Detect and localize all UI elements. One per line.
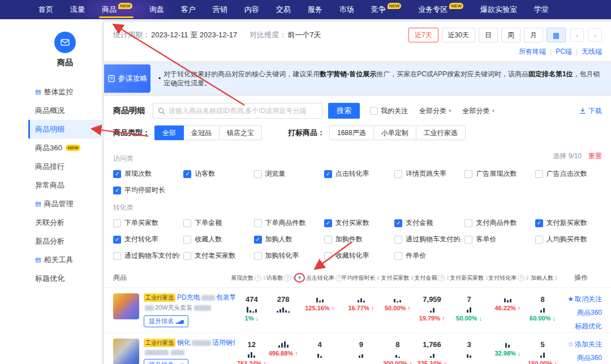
- boost-rank-button[interactable]: 提升排名▂▄▆: [144, 315, 188, 327]
- checkbox[interactable]: [183, 252, 191, 260]
- nav-tab-competition[interactable]: 竞争NEW: [371, 0, 402, 19]
- range-7d-button[interactable]: 近7天: [408, 28, 438, 42]
- filter-cart-rate[interactable]: 加购转化率: [254, 251, 321, 261]
- checkbox[interactable]: [394, 252, 402, 260]
- calendar-button[interactable]: ▦: [547, 28, 566, 42]
- prev-period-button[interactable]: ‹: [570, 28, 584, 42]
- range-day-button[interactable]: 日: [479, 28, 498, 42]
- nav-tab-academy[interactable]: 学堂: [534, 0, 549, 19]
- filter-cart-users[interactable]: 加购人数: [254, 235, 321, 244]
- help-icon[interactable]: ?: [438, 275, 445, 281]
- terminal-link-wireless[interactable]: 无线端: [582, 47, 602, 57]
- th-pay-buyers[interactable]: 支付买家数▲▼: [380, 274, 414, 282]
- nav-tab-marketing[interactable]: 营销: [213, 0, 227, 19]
- mark-tab-industry-expert[interactable]: 工业行家选: [416, 125, 466, 140]
- title-optimize-link[interactable]: 标题优化: [575, 322, 602, 331]
- filter-pay-old-buyers[interactable]: 支付老买家数: [183, 251, 250, 261]
- checkbox[interactable]: [113, 170, 121, 178]
- help-icon[interactable]: ?: [518, 275, 524, 281]
- filter-cart-pay-buyers[interactable]: 通过购物车支付的买家数: [394, 235, 461, 244]
- filter-items-per-buyer[interactable]: 人均购买件数: [535, 235, 602, 244]
- checkbox[interactable]: [394, 219, 402, 227]
- th-pay-rate[interactable]: 支付转化率?▲▼: [489, 274, 528, 282]
- checkbox[interactable]: [183, 170, 191, 178]
- sort-icon[interactable]: ▲▼: [376, 275, 380, 280]
- filter-cart-pay-amount[interactable]: 通过购物车支付的金额: [113, 251, 180, 261]
- th-avg-stay[interactable]: 平均停留时长▲▼: [341, 274, 381, 282]
- sidebar-item-product-detail[interactable]: 商品明细: [28, 120, 102, 138]
- checkbox[interactable]: [254, 170, 262, 178]
- sidebar-item-new-product-analysis[interactable]: 新品分析: [28, 232, 102, 250]
- checkbox[interactable]: [535, 219, 543, 227]
- sidebar-item-title-optimization[interactable]: 标题优化: [28, 269, 102, 288]
- nav-tab-home[interactable]: 首页: [38, 0, 53, 19]
- terminal-link-all[interactable]: 所有终端: [519, 47, 546, 57]
- checkbox[interactable]: [394, 236, 402, 244]
- checkbox[interactable]: [324, 252, 332, 260]
- range-month-button[interactable]: 月: [524, 28, 543, 42]
- filter-impressions[interactable]: 展现次数: [113, 169, 180, 179]
- filter-visitors[interactable]: 访客数: [183, 169, 250, 179]
- range-30d-button[interactable]: 近30天: [442, 28, 475, 42]
- sidebar-item-association-analysis[interactable]: 关联分析: [28, 213, 102, 232]
- filter-pay-amount[interactable]: 支付金额: [394, 218, 461, 228]
- checkbox[interactable]: [113, 236, 121, 244]
- product-image[interactable]: [113, 293, 139, 319]
- filter-avg-stay[interactable]: 平均停留时长: [113, 185, 180, 195]
- nav-tab-hot-lab[interactable]: 爆款实验室: [480, 0, 517, 19]
- filter-pageviews[interactable]: 浏览量: [254, 169, 321, 179]
- th-cart-adds[interactable]: 加购人数▲▼: [528, 274, 560, 282]
- type-tab-gold-crown[interactable]: 金冠品: [183, 125, 220, 140]
- checkbox[interactable]: [464, 236, 472, 244]
- nav-tab-market[interactable]: 市场: [339, 0, 354, 19]
- checkbox[interactable]: [394, 170, 402, 178]
- th-visitors[interactable]: 访客数?▲▼: [266, 274, 295, 282]
- product-title[interactable]: 工业行家选PD充电包装苹果PD线包装: [144, 293, 235, 302]
- nav-tab-service[interactable]: 服务: [308, 0, 322, 19]
- th-new-buyers[interactable]: 支付新买家数▲▼: [449, 274, 489, 282]
- filter-fav-rate[interactable]: 收藏转化率: [324, 251, 391, 261]
- checkbox[interactable]: [535, 170, 543, 178]
- checkbox[interactable]: [254, 252, 262, 260]
- my-follow-filter[interactable]: 我的关注: [370, 106, 408, 116]
- filter-cart-items[interactable]: 加购件数: [324, 235, 391, 244]
- sidebar-item-product-management[interactable]: ▤商品管理: [28, 194, 102, 213]
- checkbox[interactable]: [324, 170, 332, 178]
- unfollow-button[interactable]: ★取消关注: [567, 294, 602, 304]
- checkbox[interactable]: [535, 236, 543, 244]
- sidebar-item-overall-monitor[interactable]: ▤整体监控: [28, 83, 102, 101]
- checkbox[interactable]: [464, 170, 472, 178]
- reset-button[interactable]: 重置: [588, 151, 602, 161]
- filter-order-items[interactable]: 下单商品件数: [254, 218, 321, 228]
- sort-icon[interactable]: ▲▼: [410, 275, 414, 280]
- filter-order-buyers[interactable]: 下单买家数: [113, 218, 180, 228]
- filter-bounce-rate[interactable]: 详情页跳失率: [394, 169, 461, 179]
- checkbox[interactable]: [113, 252, 121, 260]
- next-period-button[interactable]: ›: [588, 28, 602, 42]
- category-select-1[interactable]: 全部分类▾: [419, 106, 451, 116]
- boost-rank-button[interactable]: 提升排名▂▄▆: [144, 359, 188, 364]
- sidebar-item-abnormal-products[interactable]: 异常商品: [28, 176, 102, 194]
- nav-tab-business-zone[interactable]: 业务专区NEW: [418, 0, 463, 19]
- mark-tab-small-order[interactable]: 小单定制: [373, 125, 416, 140]
- checkbox[interactable]: [183, 219, 191, 227]
- help-icon[interactable]: ?: [255, 275, 261, 281]
- nav-tab-trade[interactable]: 交易: [276, 0, 291, 19]
- filter-pay-new-buyers[interactable]: 支付新买家数: [535, 218, 602, 228]
- range-week-button[interactable]: 周: [501, 28, 520, 42]
- checkbox[interactable]: [183, 236, 191, 244]
- filter-pay-items[interactable]: 支付商品件数: [464, 218, 531, 228]
- nav-tab-customer[interactable]: 客户: [181, 0, 196, 19]
- checkbox[interactable]: [113, 187, 121, 194]
- checkbox[interactable]: [324, 219, 332, 227]
- filter-unit-price[interactable]: 件单价: [394, 251, 461, 261]
- download-button[interactable]: 下载: [579, 106, 602, 116]
- th-click-rate[interactable]: ▼点击转化率?: [296, 273, 341, 283]
- filter-ad-impressions[interactable]: 广告展现次数: [464, 169, 531, 179]
- sidebar-item-product-overview[interactable]: 商品概况: [28, 101, 102, 120]
- checkbox[interactable]: [324, 236, 332, 244]
- nav-tab-inquiry[interactable]: 询盘: [149, 0, 164, 19]
- checkbox[interactable]: [464, 219, 472, 227]
- filter-click-rate[interactable]: 点击转化率: [324, 169, 391, 179]
- filter-avg-order-value[interactable]: 客单价: [464, 235, 531, 244]
